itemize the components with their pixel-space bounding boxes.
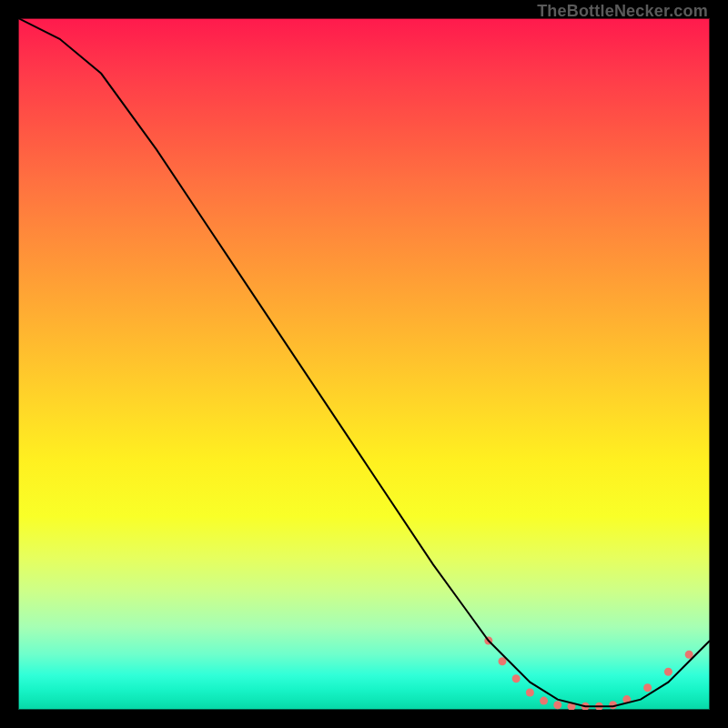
- chart-marker: [540, 697, 548, 705]
- chart-marker: [643, 683, 652, 692]
- chart-marker: [512, 674, 521, 682]
- chart-marker: [526, 689, 534, 697]
- chart-svg: [18, 18, 710, 710]
- chart-markers: [484, 637, 693, 711]
- chart-stage: TheBottleNecker.com: [0, 0, 728, 728]
- chart-marker: [553, 701, 561, 709]
- chart-curve: [18, 18, 710, 706]
- plot-area: [18, 18, 710, 710]
- chart-marker: [664, 668, 672, 676]
